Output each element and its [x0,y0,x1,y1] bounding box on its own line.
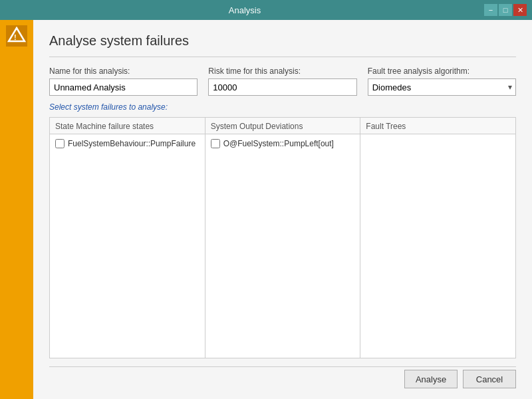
analyse-button[interactable]: Analyse [404,370,458,388]
window-controls: − □ ✕ [484,4,527,16]
columns-container: State Machine failure states FuelSystemB… [49,117,516,358]
fault-trees-column-content [360,134,515,358]
svg-text:!: ! [14,33,17,41]
form-fields-row: Name for this analysis: Risk time for th… [49,66,516,96]
system-output-column: System Output Deviations O@FuelSystem::P… [205,118,361,358]
algo-field-group: Fault tree analysis algorithm: Diomedes [368,66,516,96]
system-output-column-header: System Output Deviations [205,118,360,134]
state-machine-column-header: State Machine failure states [50,118,205,134]
maximize-button[interactable]: □ [499,4,512,16]
list-item: O@FuelSystem::PumpLeft[out] [211,137,355,150]
name-label: Name for this analysis: [49,66,198,76]
app-icon: ! [6,25,27,47]
algo-select-wrapper: Diomedes [368,78,516,96]
window-title: Analysis [5,5,484,15]
pump-failure-label: FuelSystemBehaviour::PumpFailure [68,139,196,148]
title-divider [49,57,516,57]
application-window: Analysis − □ ✕ ! Analyse system failures [0,0,532,399]
minimize-button[interactable]: − [484,4,497,16]
risk-input[interactable] [208,78,356,96]
pump-failure-checkbox[interactable] [55,139,65,148]
algo-select[interactable]: Diomedes [368,78,516,96]
bottom-bar: Analyse Cancel [49,366,516,388]
page-title: Analyse system failures [49,33,516,49]
state-machine-column-content: FuelSystemBehaviour::PumpFailure [50,134,205,358]
risk-label: Risk time for this analysis: [208,66,356,76]
list-item: FuelSystemBehaviour::PumpFailure [55,137,200,150]
content-area: Analyse system failures Name for this an… [33,20,532,399]
state-machine-column: State Machine failure states FuelSystemB… [50,118,205,358]
fault-trees-column-header: Fault Trees [360,118,515,134]
main-layout: ! Analyse system failures Name for this … [0,20,532,399]
fault-trees-column: Fault Trees [360,118,515,358]
algo-label: Fault tree analysis algorithm: [368,66,516,76]
name-field-group: Name for this analysis: [49,66,198,96]
name-input[interactable] [49,78,198,96]
close-button[interactable]: ✕ [513,4,527,16]
select-instruction: Select system failures to analyse: [49,102,516,112]
cancel-button[interactable]: Cancel [463,370,516,388]
title-bar: Analysis − □ ✕ [0,0,532,20]
app-logo-icon: ! [7,27,26,45]
system-output-column-content: O@FuelSystem::PumpLeft[out] [205,134,360,358]
pump-left-checkbox[interactable] [211,139,220,148]
svg-marker-0 [9,28,25,41]
pump-left-label: O@FuelSystem::PumpLeft[out] [223,139,334,148]
risk-field-group: Risk time for this analysis: [208,66,356,96]
left-sidebar: ! [0,20,33,399]
